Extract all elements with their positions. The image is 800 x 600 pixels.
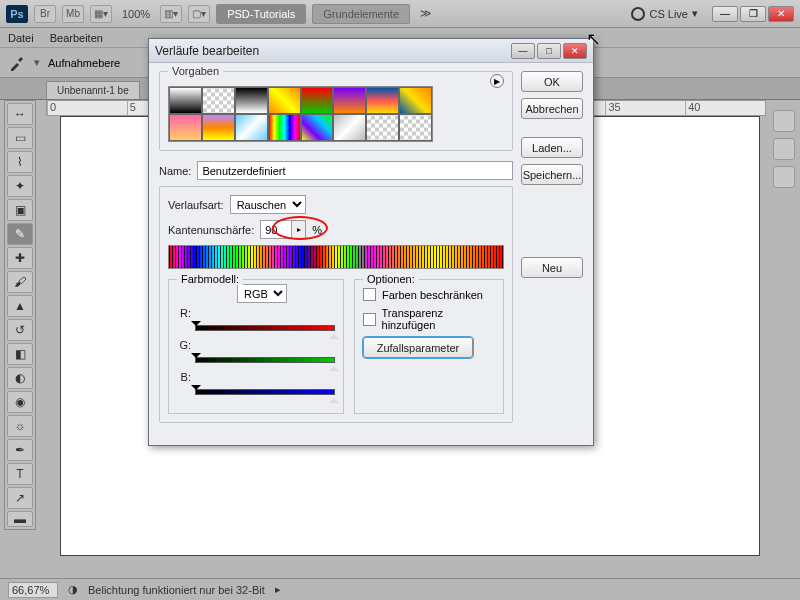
app-topbar: Ps Br Mb ▦▾ 100% ▥▾ ▢▾ PSD-Tutorials Gru… [0, 0, 800, 28]
screenmode-button[interactable]: ▢▾ [188, 5, 210, 23]
preset-swatch[interactable] [169, 87, 202, 114]
type-select[interactable]: Rauschen [230, 195, 306, 214]
dialog-maximize-button[interactable]: □ [537, 43, 561, 59]
brush-tool[interactable]: 🖌 [7, 271, 33, 293]
view-extras-button[interactable]: ▦▾ [90, 5, 112, 23]
crop-tool[interactable]: ▣ [7, 199, 33, 221]
preset-swatch[interactable] [399, 87, 432, 114]
status-bar: 66,67% ◑ Belichtung funktioniert nur bei… [0, 578, 800, 600]
dialog-close-button[interactable]: ✕ [563, 43, 587, 59]
gradient-tool[interactable]: ◐ [7, 367, 33, 389]
doc-info-text: Belichtung funktioniert nur bei 32-Bit [88, 584, 265, 596]
restrict-colors-checkbox[interactable]: Farben beschränken [363, 288, 495, 301]
preset-swatch[interactable] [169, 114, 202, 141]
preset-swatch[interactable] [268, 87, 301, 114]
panel-styles-icon[interactable] [773, 138, 795, 160]
workspace-tab-tutorials[interactable]: PSD-Tutorials [216, 4, 306, 24]
name-row: Name: [159, 161, 513, 180]
window-minimize-button[interactable]: — [712, 6, 738, 22]
sample-size-label: Aufnahmebere [48, 57, 120, 69]
colormodel-group: Farbmodell: RGB R: G: B: [168, 279, 344, 414]
eraser-tool[interactable]: ◧ [7, 343, 33, 365]
stamp-tool[interactable]: ▲ [7, 295, 33, 317]
path-tool[interactable]: ↗ [7, 487, 33, 509]
preset-swatch[interactable] [301, 114, 334, 141]
cslive-icon [631, 7, 645, 21]
channel-r-slider[interactable] [195, 321, 335, 333]
history-brush-tool[interactable]: ↺ [7, 319, 33, 341]
colormodel-label: Farbmodell: [177, 273, 243, 285]
save-button[interactable]: Speichern... [521, 164, 583, 185]
options-group: Optionen: Farben beschränken Transparenz… [354, 279, 504, 414]
pen-tool[interactable]: ✒ [7, 439, 33, 461]
zoom-level[interactable]: 100% [118, 8, 154, 20]
marquee-tool[interactable]: ▭ [7, 127, 33, 149]
toolbox: ↔ ▭ ⌇ ✦ ▣ ✎ ✚ 🖌 ▲ ↺ ◧ ◐ ◉ ☼ ✒ T ↗ ▬ [4, 100, 36, 530]
dialog-titlebar[interactable]: Verläufe bearbeiten — □ ✕ [149, 39, 593, 63]
presets-menu-icon[interactable]: ▶ [490, 74, 504, 88]
roughness-input[interactable] [260, 220, 292, 239]
shape-tool[interactable]: ▬ [7, 511, 33, 527]
preset-swatch[interactable] [333, 114, 366, 141]
preset-swatch[interactable] [366, 114, 399, 141]
arrange-button[interactable]: ▥▾ [160, 5, 182, 23]
dialog-minimize-button[interactable]: — [511, 43, 535, 59]
roughness-stepper[interactable]: ▸ [292, 220, 306, 239]
colormodel-select[interactable]: RGB [237, 284, 287, 303]
doc-info-icon[interactable]: ◑ [68, 583, 78, 596]
gradient-type-group: Verlaufsart: Rauschen Kantenunschärfe: ▸… [159, 186, 513, 423]
type-tool[interactable]: T [7, 463, 33, 485]
menu-edit[interactable]: Bearbeiten [50, 32, 103, 44]
channel-g-slider[interactable] [195, 353, 335, 365]
channel-b-slider[interactable] [195, 385, 335, 397]
preset-swatch[interactable] [268, 114, 301, 141]
name-label: Name: [159, 165, 191, 177]
eyedropper-icon [8, 54, 26, 72]
preset-swatch[interactable] [399, 114, 432, 141]
roughness-label: Kantenunschärfe: [168, 224, 254, 236]
preset-swatch[interactable] [366, 87, 399, 114]
wand-tool[interactable]: ✦ [7, 175, 33, 197]
presets-grid [168, 86, 433, 142]
preset-swatch[interactable] [202, 87, 235, 114]
panel-swatches-icon[interactable] [773, 110, 795, 132]
preset-swatch[interactable] [333, 87, 366, 114]
preset-swatch[interactable] [235, 87, 268, 114]
new-button[interactable]: Neu [521, 257, 583, 278]
gradient-editor-dialog: Verläufe bearbeiten — □ ✕ Vorgaben ▶ [148, 38, 594, 446]
add-transparency-checkbox[interactable]: Transparenz hinzufügen [363, 307, 495, 331]
channel-b-label: B: [177, 371, 191, 383]
channel-r-label: R: [177, 307, 191, 319]
zoom-field[interactable]: 66,67% [8, 582, 58, 598]
heal-tool[interactable]: ✚ [7, 247, 33, 269]
preset-swatch[interactable] [235, 114, 268, 141]
bridge-button[interactable]: Br [34, 5, 56, 23]
randomize-button[interactable]: Zufallsparameter [363, 337, 473, 358]
eyedropper-tool[interactable]: ✎ [7, 223, 33, 245]
dialog-title: Verläufe bearbeiten [155, 44, 509, 58]
window-restore-button[interactable]: ❐ [740, 6, 766, 22]
menu-file[interactable]: Datei [8, 32, 34, 44]
workspace-more[interactable]: ≫ [416, 7, 436, 20]
preset-swatch[interactable] [202, 114, 235, 141]
preset-swatch[interactable] [301, 87, 334, 114]
move-tool[interactable]: ↔ [7, 103, 33, 125]
doc-info-chevron[interactable]: ▸ [275, 583, 281, 596]
window-close-button[interactable]: ✕ [768, 6, 794, 22]
workspace-tab-basics[interactable]: Grundelemente [312, 4, 410, 24]
blur-tool[interactable]: ◉ [7, 391, 33, 413]
name-input[interactable] [197, 161, 513, 180]
chevron-down-icon: ▾ [692, 7, 698, 20]
cslive-menu[interactable]: CS Live▾ [631, 7, 698, 21]
minibridge-button[interactable]: Mb [62, 5, 84, 23]
lasso-tool[interactable]: ⌇ [7, 151, 33, 173]
panel-layers-icon[interactable] [773, 166, 795, 188]
document-tab[interactable]: Unbenannt-1 be [46, 81, 140, 99]
type-label: Verlaufsart: [168, 199, 224, 211]
dodge-tool[interactable]: ☼ [7, 415, 33, 437]
cancel-button[interactable]: Abbrechen [521, 98, 583, 119]
right-panels [770, 100, 798, 188]
cslive-label: CS Live [649, 8, 688, 20]
ok-button[interactable]: OK [521, 71, 583, 92]
load-button[interactable]: Laden... [521, 137, 583, 158]
